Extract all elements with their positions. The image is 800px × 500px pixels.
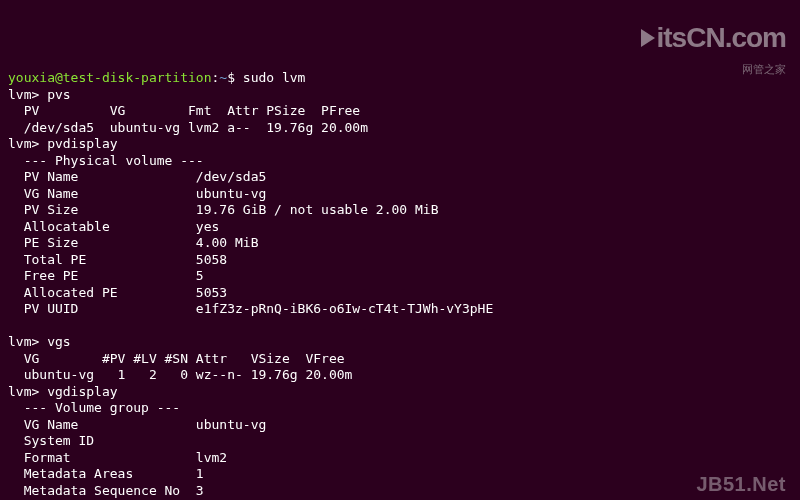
output-line: Allocated PE 5053 [8,285,227,300]
prompt-path: ~ [219,70,227,85]
lvm-prompt: lvm> [8,136,39,151]
output-line: VG Name ubuntu-vg [8,417,266,432]
output-line: --- Volume group --- [8,400,180,415]
output-line: PV Name /dev/sda5 [8,169,266,184]
output-line: Allocatable yes [8,219,219,234]
prompt-symbol: $ [227,70,235,85]
terminal-output[interactable]: youxia@test-disk-partition:~$ sudo lvm l… [8,70,792,500]
prompt-user: youxia@test-disk-partition [8,70,212,85]
output-line: Metadata Sequence No 3 [8,483,204,498]
lvm-command: vgs [47,334,70,349]
play-icon [641,29,655,47]
output-line: System ID [8,433,94,448]
output-line: Total PE 5058 [8,252,227,267]
output-line: Free PE 5 [8,268,204,283]
output-line: VG Name ubuntu-vg [8,186,266,201]
output-line: PE Size 4.00 MiB [8,235,258,250]
watermark-brand: itsCN.com [657,21,786,52]
lvm-prompt: lvm> [8,384,39,399]
lvm-prompt: lvm> [8,87,39,102]
lvm-command: pvs [47,87,70,102]
shell-command: sudo lvm [243,70,306,85]
lvm-prompt: lvm> [8,334,39,349]
lvm-command: vgdisplay [47,384,117,399]
output-line: PV VG Fmt Attr PSize PFree [8,103,360,118]
output-line: PV Size 19.76 GiB / not usable 2.00 MiB [8,202,438,217]
output-line: Metadata Areas 1 [8,466,204,481]
output-line: PV UUID e1fZ3z-pRnQ-iBK6-o6Iw-cT4t-TJWh-… [8,301,493,316]
output-line: --- Physical volume --- [8,153,204,168]
output-line: Format lvm2 [8,450,227,465]
output-line: /dev/sda5 ubuntu-vg lvm2 a-- 19.76g 20.0… [8,120,368,135]
output-line: ubuntu-vg 1 2 0 wz--n- 19.76g 20.00m [8,367,352,382]
lvm-command: pvdisplay [47,136,117,151]
output-line: VG #PV #LV #SN Attr VSize VFree [8,351,345,366]
